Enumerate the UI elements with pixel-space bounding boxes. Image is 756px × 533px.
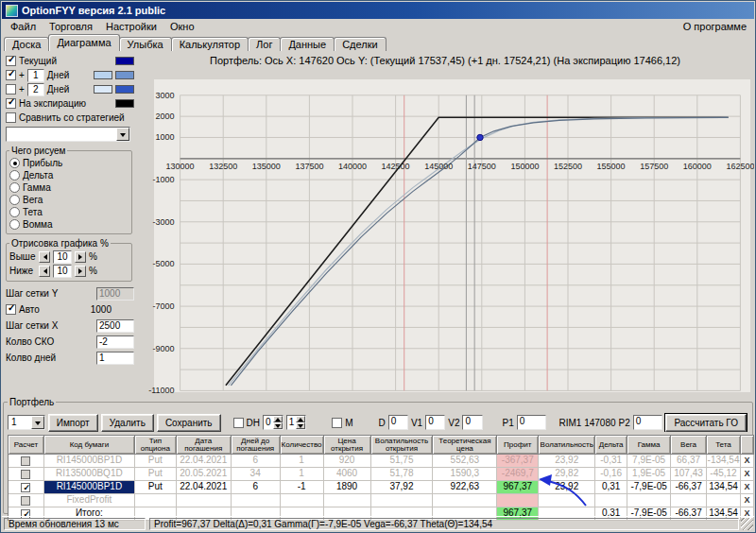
- code-cell[interactable]: RI145000BP1D: [44, 481, 135, 494]
- sko-field[interactable]: -2: [96, 335, 134, 349]
- dh-checkbox[interactable]: [233, 418, 244, 428]
- days-count-field[interactable]: 1: [96, 352, 134, 365]
- auto-checkbox[interactable]: [6, 304, 16, 315]
- column-header[interactable]: Волатильность: [539, 436, 595, 455]
- d-field[interactable]: 0: [388, 415, 408, 430]
- days-left-cell: [232, 494, 281, 507]
- column-header[interactable]: Профит: [497, 436, 539, 455]
- menu-o-programme[interactable]: О программе: [678, 20, 752, 33]
- table-row[interactable]: RI135000BQ1DPut20.05.2021341406051,78159…: [9, 468, 754, 481]
- tab-sdelki[interactable]: Сделки: [334, 37, 387, 51]
- spinner-icon[interactable]: [273, 416, 283, 429]
- svg-text:-3000: -3000: [153, 217, 175, 227]
- tab-kalkulyator[interactable]: Калькулятор: [171, 37, 249, 51]
- portfolio-number-select[interactable]: 1: [8, 415, 45, 430]
- menu-okno[interactable]: Окно: [163, 20, 201, 33]
- profit-chart[interactable]: 300020001000-1000-3000-5000-7000-9000-11…: [137, 70, 754, 396]
- m-checkbox[interactable]: [332, 418, 342, 428]
- row-checkbox[interactable]: [21, 456, 30, 466]
- save-button[interactable]: Сохранить: [157, 414, 221, 432]
- column-header[interactable]: Код бумаги: [44, 436, 135, 455]
- radio-pribyl[interactable]: [9, 158, 20, 168]
- radio-vomma[interactable]: [9, 219, 20, 230]
- grid-x-field[interactable]: 2500: [96, 319, 134, 333]
- spin-up-icon[interactable]: [273, 416, 283, 422]
- tab-doska[interactable]: Доска: [4, 37, 49, 51]
- column-header[interactable]: Количество: [281, 436, 324, 455]
- column-header[interactable]: Гамма: [627, 436, 671, 455]
- v2-field[interactable]: 0: [462, 415, 482, 430]
- above-percent-field[interactable]: 10: [53, 250, 72, 264]
- spin-up-icon[interactable]: [296, 416, 305, 422]
- table-row[interactable]: FixedProfitX: [9, 494, 754, 507]
- range-group-title: Отрисовка графика %: [9, 238, 111, 249]
- chevron-down-icon[interactable]: [31, 416, 44, 429]
- dh-spin-2[interactable]: 1: [286, 415, 307, 430]
- column-header[interactable]: Дата погашения: [177, 436, 232, 455]
- radio-delta[interactable]: [9, 170, 20, 181]
- radio-gamma[interactable]: [9, 182, 20, 193]
- tab-ulybka[interactable]: Улыбка: [119, 37, 172, 51]
- remove-row-button[interactable]: X: [741, 494, 754, 507]
- column-header[interactable]: [741, 436, 754, 455]
- calc-go-button[interactable]: Рассчитать ГО: [665, 414, 747, 432]
- strategy-combobox[interactable]: [6, 127, 130, 142]
- tab-log[interactable]: Лог: [248, 37, 281, 51]
- plus2-checkbox[interactable]: [6, 84, 16, 95]
- above-increase-button[interactable]: [75, 251, 86, 263]
- plus1-days-field[interactable]: 1: [27, 69, 44, 82]
- p1-field[interactable]: 0: [517, 415, 547, 430]
- remove-row-button[interactable]: X: [741, 455, 754, 468]
- table-row[interactable]: RI145000BP1DPut22.04.20216-1189037,92922…: [9, 481, 754, 494]
- row-checkbox[interactable]: [21, 483, 30, 492]
- vega-cell: -66,37: [671, 481, 707, 494]
- code-cell[interactable]: FixedProfit: [44, 494, 135, 507]
- menu-nastroyki[interactable]: Настройки: [99, 20, 163, 33]
- tab-diagramma[interactable]: Диаграмма: [48, 34, 119, 51]
- column-header[interactable]: Тип опциона: [135, 436, 177, 455]
- spinner-icon[interactable]: [296, 416, 305, 429]
- plus1-checkbox[interactable]: [6, 70, 16, 80]
- radio-teta[interactable]: [9, 207, 20, 217]
- current-checkbox[interactable]: [6, 56, 16, 66]
- column-header[interactable]: Дней до погашения: [232, 436, 281, 455]
- svg-text:-5000: -5000: [153, 259, 175, 268]
- menu-fayl[interactable]: Файл: [4, 20, 43, 33]
- dh-spin-1[interactable]: 0: [263, 415, 284, 430]
- grid-y-field[interactable]: 1000: [96, 287, 134, 301]
- column-header[interactable]: Вега: [671, 436, 707, 455]
- remove-row-button[interactable]: X: [741, 468, 754, 481]
- expiry-checkbox[interactable]: [6, 98, 16, 109]
- menu-torgovlya[interactable]: Торговля: [43, 20, 99, 33]
- delete-button[interactable]: Удалить: [101, 414, 154, 432]
- chevron-down-icon[interactable]: [116, 128, 129, 141]
- row-checkbox[interactable]: [21, 470, 30, 479]
- import-button[interactable]: Импорт: [48, 414, 98, 432]
- remove-row-button[interactable]: X: [741, 481, 754, 494]
- v1-field[interactable]: 0: [425, 415, 445, 430]
- row-checkbox[interactable]: [21, 496, 30, 506]
- titlebar[interactable]: OptionFYY версия 2.1 public: [2, 2, 754, 19]
- column-header[interactable]: Тета: [707, 436, 741, 455]
- column-header[interactable]: Волатильность открытия: [371, 436, 434, 455]
- code-cell[interactable]: RI135000BQ1D: [44, 468, 135, 481]
- spin-down-icon[interactable]: [296, 422, 305, 429]
- radio-vega[interactable]: [9, 195, 20, 205]
- below-percent-field[interactable]: 10: [53, 265, 72, 278]
- column-header[interactable]: Теоретическая цена: [433, 436, 497, 455]
- plus2-days-field[interactable]: 2: [27, 83, 44, 96]
- dh-spin-1-value: 0: [264, 416, 273, 429]
- code-cell[interactable]: RI145000BP1D: [44, 455, 135, 468]
- tab-dannye[interactable]: Данные: [280, 37, 335, 51]
- table-row[interactable]: RI145000BP1DPut22.04.20216192051,75552,6…: [9, 455, 754, 468]
- column-header[interactable]: Цена открытия: [324, 436, 371, 455]
- spin-down-icon[interactable]: [273, 422, 283, 429]
- p2-field[interactable]: 0: [633, 415, 663, 430]
- column-header[interactable]: Дельта: [595, 436, 627, 455]
- above-decrease-button[interactable]: [39, 251, 50, 263]
- below-increase-button[interactable]: [75, 266, 86, 277]
- below-decrease-button[interactable]: [39, 266, 50, 277]
- compare-checkbox[interactable]: [6, 112, 16, 123]
- resize-grip[interactable]: [741, 518, 753, 530]
- column-header[interactable]: Расчет: [9, 436, 44, 455]
